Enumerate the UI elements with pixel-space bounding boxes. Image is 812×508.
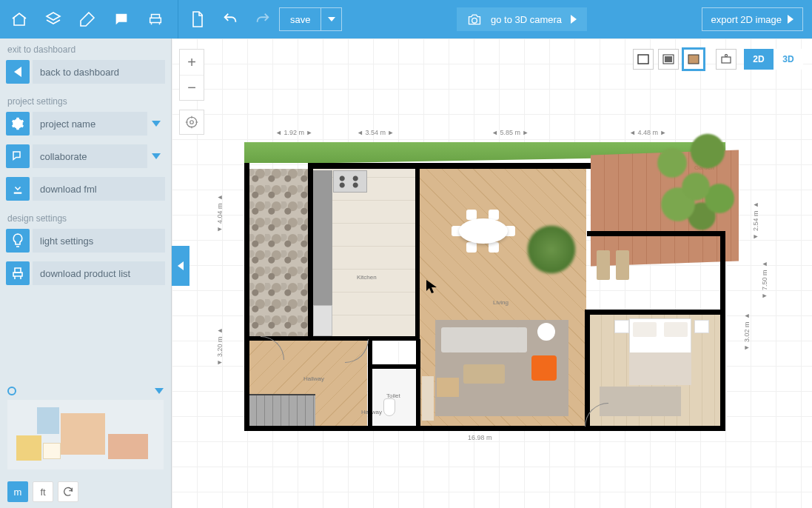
svg-point-8 [725,55,728,57]
label-hallway: Hallway [303,375,324,382]
zoom-in-button[interactable]: + [180,50,204,75]
chevron-down-icon [147,153,165,159]
rotate-button[interactable] [58,481,78,502]
home-icon[interactable] [3,0,36,39]
svg-point-2 [187,117,197,127]
lightbulb-icon [6,229,30,253]
download-fml-row[interactable]: download fml [6,175,165,203]
floor-plan[interactable]: Garden Patio Kitchen Living [244,142,725,431]
save-button-group: save [279,7,342,31]
dim-left1: 4.04 m [216,204,224,224]
light-settings-label: light settings [33,229,165,253]
view-toggle-bar: 2D 3D [633,49,803,70]
collaborate-icon [6,144,30,168]
zoom-control: + − [179,49,204,101]
dim-left2: 3.20 m [216,337,224,358]
layers-icon[interactable] [37,0,70,39]
new-file-icon[interactable] [181,0,214,39]
sidebar: exit to dashboard back to dashboard proj… [0,39,172,508]
dim-top3: 5.85 m [500,129,520,136]
svg-rect-3 [638,55,648,64]
back-label: back to dashboard [33,60,165,84]
view-mode-1-button[interactable] [633,49,654,70]
svg-rect-5 [665,56,672,62]
export-2d-button[interactable]: export 2D image [702,7,803,31]
label-living: Living [493,299,509,306]
svg-point-0 [472,18,477,23]
view-mode-2-button[interactable] [658,49,679,70]
camera-icon [467,13,482,26]
save-button[interactable]: save [280,8,321,30]
export-label: export 2D image [711,14,782,25]
download-fml-label: download fml [33,177,165,201]
download-products-label: download product list [33,261,165,285]
dim-right2: 7.50 m [761,270,768,291]
top-toolbar: save go to 3D camera export 2D image [0,0,812,39]
chevron-right-icon [788,15,793,24]
chat-icon[interactable] [105,0,138,39]
3d-view-button[interactable]: 3D [774,49,803,70]
save-dropdown-button[interactable] [321,8,341,30]
room-stone[interactable] [249,169,309,338]
collaborate-row[interactable]: collaborate [6,142,165,170]
redo-icon[interactable] [246,0,279,39]
circle-icon [7,387,16,395]
section-project-label: project settings [0,90,171,110]
chevron-down-icon [155,388,164,394]
section-exit-label: exit to dashboard [0,39,171,58]
mini-preview-toggle[interactable] [7,387,164,395]
svg-point-1 [190,121,194,124]
download-icon [6,177,30,201]
zoom-out-button[interactable]: − [180,75,204,100]
go-to-3d-camera-button[interactable]: go to 3D camera [457,7,587,31]
download-products-row[interactable]: download product list [6,259,165,287]
mini-preview[interactable] [7,400,164,469]
center-view-button[interactable] [179,110,204,135]
go3d-label: go to 3D camera [491,14,562,25]
furniture-icon[interactable] [139,0,172,39]
view-settings-button[interactable] [716,49,736,70]
svg-rect-6 [688,55,699,64]
2d-view-button[interactable]: 2D [744,49,774,70]
collaborate-label: collaborate [33,144,147,168]
light-settings-row[interactable]: light settings [6,227,165,255]
chevron-left-icon [6,60,30,84]
unit-m-button[interactable]: m [7,481,28,502]
label-toilet: Toilet [386,392,400,399]
dim-right3: 3.02 m [743,322,751,343]
svg-rect-7 [722,57,731,63]
section-design-label: design settings [0,207,171,227]
chair-icon [6,261,30,285]
dim-top2: 3.54 m [365,129,386,136]
collapse-sidebar-button[interactable] [172,246,189,286]
chevron-right-icon [571,15,577,24]
build-icon[interactable] [71,0,104,39]
label-kitchen: Kitchen [357,274,377,281]
dim-bottom-total: 16.98 m [468,434,492,441]
unit-ft-button[interactable]: ft [33,481,53,502]
project-name-label: project name [33,112,147,136]
chevron-down-icon [147,121,165,127]
canvas[interactable]: + − [172,39,812,508]
cursor-icon [426,280,437,293]
view-mode-3-button[interactable] [683,49,704,70]
undo-icon[interactable] [214,0,246,39]
back-to-dashboard-button[interactable]: back to dashboard [6,58,165,86]
gear-icon [6,112,30,136]
dim-top1: 1.92 m [283,129,304,136]
project-name-row[interactable]: project name [6,110,165,138]
